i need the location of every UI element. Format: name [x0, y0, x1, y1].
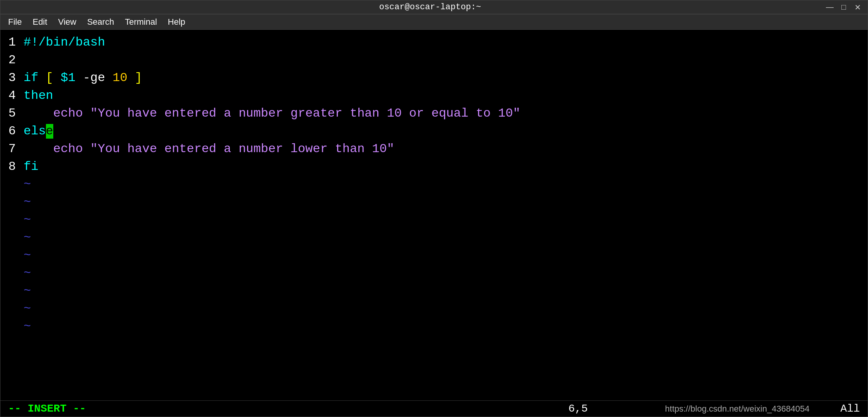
- cursor: e: [46, 124, 53, 139]
- editor-area[interactable]: 1 #!/bin/bash 2 3 if [ $1 -ge 10 ] 4 the…: [0, 30, 868, 400]
- line-content-1: #!/bin/bash: [24, 35, 868, 50]
- code-line-4: 4 then: [0, 87, 868, 105]
- line-number-8: 8: [0, 159, 24, 174]
- code-line-6: 6 else: [0, 122, 868, 140]
- cursor-position: 6,5: [568, 403, 588, 415]
- tilde-line-6: ~: [0, 264, 868, 282]
- tilde-line-4: ~: [0, 229, 868, 247]
- tilde-char-8: ~: [24, 302, 31, 316]
- tilde-char-7: ~: [24, 284, 31, 298]
- menu-edit[interactable]: Edit: [28, 15, 52, 29]
- menu-terminal[interactable]: Terminal: [120, 15, 161, 29]
- line-content-4: then: [24, 88, 868, 103]
- menu-bar: File Edit View Search Terminal Help: [0, 14, 868, 30]
- line-content-3: if [ $1 -ge 10 ]: [24, 71, 868, 85]
- status-url: https://blog.csdn.net/weixin_43684054: [665, 404, 809, 414]
- tilde-line-8: ~: [0, 300, 868, 318]
- code-line-5: 5 echo "You have entered a number greate…: [0, 105, 868, 122]
- window-controls: — □ ✕: [824, 2, 863, 13]
- menu-search[interactable]: Search: [83, 15, 119, 29]
- tilde-line-5: ~: [0, 247, 868, 264]
- title-bar: oscar@oscar-laptop:~ — □ ✕: [0, 0, 868, 14]
- close-button[interactable]: ✕: [852, 2, 863, 13]
- code-line-2: 2: [0, 51, 868, 69]
- tilde-char-5: ~: [24, 248, 31, 263]
- line-number-7: 7: [0, 142, 24, 156]
- line-content-8: fi: [24, 159, 868, 174]
- maximize-button[interactable]: □: [838, 2, 849, 13]
- menu-help[interactable]: Help: [163, 15, 190, 29]
- code-line-1: 1 #!/bin/bash: [0, 34, 868, 51]
- code-line-7: 7 echo "You have entered a number lower …: [0, 140, 868, 158]
- tilde-char-1: ~: [24, 177, 31, 192]
- line-content-5: echo "You have entered a number greater …: [24, 106, 868, 121]
- tilde-char-3: ~: [24, 213, 31, 227]
- code-line-3: 3 if [ $1 -ge 10 ]: [0, 69, 868, 87]
- tilde-line-7: ~: [0, 282, 868, 300]
- tilde-line-9: ~: [0, 318, 868, 336]
- line-content-7: echo "You have entered a number lower th…: [24, 142, 868, 156]
- line-content-6: else: [24, 124, 868, 139]
- terminal-window: oscar@oscar-laptop:~ — □ ✕ File Edit Vie…: [0, 0, 868, 417]
- tilde-char-9: ~: [24, 319, 31, 334]
- insert-mode-indicator: -- INSERT --: [8, 403, 86, 415]
- code-line-8: 8 fi: [0, 158, 868, 176]
- tilde-char-6: ~: [24, 266, 31, 281]
- scroll-position: All: [841, 403, 860, 415]
- line-number-5: 5: [0, 106, 24, 121]
- status-bar: -- INSERT -- 6,5 https://blog.csdn.net/w…: [0, 400, 868, 417]
- line-number-1: 1: [0, 35, 24, 50]
- menu-file[interactable]: File: [3, 15, 26, 29]
- minimize-button[interactable]: —: [824, 2, 835, 13]
- window-title: oscar@oscar-laptop:~: [36, 2, 824, 12]
- tilde-line-2: ~: [0, 193, 868, 211]
- tilde-line-3: ~: [0, 211, 868, 229]
- editor-content[interactable]: 1 #!/bin/bash 2 3 if [ $1 -ge 10 ] 4 the…: [0, 30, 868, 400]
- line-number-3: 3: [0, 71, 24, 85]
- tilde-char-2: ~: [24, 195, 31, 210]
- tilde-line-1: ~: [0, 176, 868, 193]
- line-number-6: 6: [0, 124, 24, 139]
- line-number-4: 4: [0, 88, 24, 103]
- tilde-char-4: ~: [24, 231, 31, 245]
- menu-view[interactable]: View: [53, 15, 81, 29]
- line-number-2: 2: [0, 53, 24, 68]
